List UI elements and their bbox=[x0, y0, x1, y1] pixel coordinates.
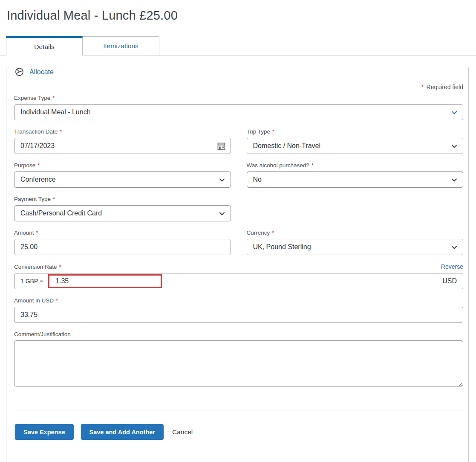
alcohol-value: No bbox=[247, 176, 463, 183]
calendar-icon[interactable] bbox=[217, 142, 226, 152]
trip-type-select[interactable]: Domestic / Non-Travel bbox=[247, 138, 464, 154]
reverse-link[interactable]: Reverse bbox=[441, 263, 463, 270]
comment-label: Comment/Justification bbox=[14, 331, 463, 337]
currency-value: UK, Pound Sterling bbox=[247, 243, 463, 251]
chevron-down-icon bbox=[219, 177, 225, 185]
allocate-link[interactable]: Allocate bbox=[29, 68, 54, 76]
trip-type-value: Domestic / Non-Travel bbox=[247, 142, 463, 150]
trip-type-label: Trip Type* bbox=[247, 128, 464, 135]
tab-itemizations[interactable]: Itemizations bbox=[83, 36, 159, 55]
amount-usd-field bbox=[14, 307, 463, 323]
purpose-label: Purpose* bbox=[14, 162, 231, 169]
conversion-rate-field: 1 GBP = USD bbox=[14, 273, 463, 289]
footer-divider bbox=[14, 410, 463, 410]
save-and-add-another-button[interactable]: Save and Add Another bbox=[81, 424, 164, 440]
currency-label: Currency* bbox=[247, 230, 464, 236]
chevron-down-icon bbox=[219, 211, 225, 218]
allocate-pie-icon bbox=[15, 67, 24, 76]
tab-bar-left-spacer bbox=[0, 36, 6, 55]
chevron-down-icon bbox=[451, 110, 457, 117]
allocate-row: Allocate bbox=[14, 67, 463, 76]
cancel-button[interactable]: Cancel bbox=[172, 428, 193, 436]
amount-field bbox=[14, 239, 231, 255]
page-title: Individual Meal - Lunch £25.00 bbox=[0, 0, 476, 36]
amount-label: Amount* bbox=[14, 230, 231, 236]
button-row: Save Expense Save and Add Another Cancel bbox=[14, 424, 463, 440]
expense-type-value: Individual Meal - Lunch bbox=[14, 108, 463, 116]
chevron-down-icon bbox=[451, 143, 457, 151]
purpose-value: Conference bbox=[14, 176, 231, 183]
tab-itemizations-label: Itemizations bbox=[103, 42, 138, 50]
required-field-note: *Required field bbox=[14, 83, 463, 90]
tab-bar: Details Itemizations bbox=[0, 36, 476, 55]
rate-suffix: USD bbox=[442, 277, 463, 285]
rate-highlight-box bbox=[48, 274, 162, 288]
conversion-rate-input[interactable] bbox=[49, 276, 161, 287]
purpose-select[interactable]: Conference bbox=[14, 171, 231, 188]
amount-usd-input[interactable] bbox=[14, 307, 463, 323]
details-panel: Allocate *Required field Expense Type* I… bbox=[6, 67, 469, 462]
amount-input[interactable] bbox=[14, 239, 231, 255]
payment-type-label: Payment Type* bbox=[14, 196, 231, 202]
chevron-down-icon bbox=[451, 244, 457, 252]
tab-details[interactable]: Details bbox=[6, 36, 83, 55]
conversion-rate-label-row: Conversion Rate* Reverse bbox=[14, 263, 463, 270]
transaction-date-label: Transaction Date* bbox=[14, 128, 231, 135]
expense-type-select[interactable]: Individual Meal - Lunch bbox=[14, 104, 463, 120]
amount-usd-label: Amount in USD* bbox=[14, 297, 463, 304]
chevron-down-icon bbox=[451, 177, 457, 185]
comment-textarea[interactable] bbox=[14, 340, 463, 386]
alcohol-label: Was alcohol purchased?* bbox=[247, 162, 464, 169]
payment-type-value: Cash/Personal Credit Card bbox=[14, 209, 231, 217]
transaction-date-input[interactable] bbox=[14, 138, 231, 154]
expense-form: Expense Type* Individual Meal - Lunch Tr… bbox=[14, 95, 463, 388]
required-asterisk: * bbox=[421, 83, 424, 90]
payment-type-select[interactable]: Cash/Personal Credit Card bbox=[14, 205, 231, 221]
save-expense-button[interactable]: Save Expense bbox=[15, 424, 74, 440]
expense-type-label: Expense Type* bbox=[14, 95, 463, 101]
tab-details-label: Details bbox=[34, 43, 54, 51]
tab-bar-right-spacer bbox=[159, 36, 476, 55]
alcohol-select[interactable]: No bbox=[247, 171, 464, 188]
rate-prefix: 1 GBP = bbox=[14, 278, 43, 285]
currency-select[interactable]: UK, Pound Sterling bbox=[247, 239, 464, 255]
conversion-rate-label: Conversion Rate* bbox=[14, 264, 61, 270]
transaction-date-field bbox=[14, 138, 231, 154]
